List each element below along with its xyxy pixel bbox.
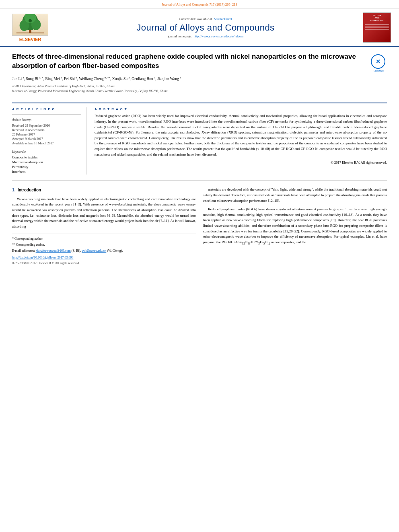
affiliations: a 501 Department, Xi'an Research Institu… [12,84,367,94]
thumb-line-4 [365,29,389,30]
abstract-panel: A B S T R A C T Reduced graphene oxide (… [95,107,387,175]
thumb-line-3 [365,27,389,28]
thumb-line-1 [365,24,389,25]
affiliation-a: a 501 Department, Xi'an Research Institu… [12,84,367,89]
section-number: 1. [12,188,15,192]
body-col-right: materials are developed with the concept… [203,187,387,266]
journal-thumbnail-area: ALLOYSANDCOMPOUNDS [359,12,391,43]
keywords-label: Keywords: [12,150,81,154]
intro-paragraph-1: Wave-absorbing materials that have been … [12,197,196,230]
homepage-label: journal homepage: [168,35,192,38]
doi-link[interactable]: http://dx.doi.org/10.1016/j.jallcom.2017… [12,255,196,260]
homepage-line: journal homepage: http://www.elsevier.co… [52,35,359,38]
journal-reference-bar: Journal of Alloys and Compounds 717 (201… [0,0,399,8]
right-paragraph-2: Reduced graphene oxides (RGOs) have draw… [203,207,387,246]
email-link-2[interactable]: cwl@ncepu.edu.cn [82,249,106,253]
email-label: E-mail addresses: [12,249,35,253]
crossmark-label: CrossMark [371,70,387,72]
title-divider [12,103,387,103]
info-heading-divider [12,114,81,115]
elsevier-wordmark: ELSEVIER [19,37,41,42]
elsevier-tree-image [12,14,48,36]
info-abstract-section: A R T I C L E I N F O Article history: R… [12,107,387,175]
footnote-section: * Corresponding author. ** Corresponding… [12,234,196,266]
journal-center-info: Contents lists available at ScienceDirec… [52,17,359,38]
received-date: Received 28 September 2016 [12,124,81,127]
article-title: Effects of three-dimensional reduced gra… [12,52,367,71]
email-suffix-1: (S. Bi), [72,249,81,253]
elsevier-logo-area: ELSEVIER [8,14,52,42]
elsevier-logo: ELSEVIER [8,14,52,42]
journal-header: ELSEVIER Contents lists available at Sci… [0,8,399,47]
accepted-date: Accepted 9 March 2017 [12,137,81,141]
journal-title: Journal of Alloys and Compounds [52,23,359,33]
email-suffix-2: (W. Cheng). [107,249,123,253]
content-divider [12,180,387,181]
footnote-1: * Corresponding author. [12,236,196,241]
journal-cover-thumbnail: ALLOYSANDCOMPOUNDS [363,12,391,43]
abstract-text: Reduced graphene oxide (RGO) has been wi… [95,113,387,157]
main-content: Effects of three-dimensional reduced gra… [0,47,399,274]
crossmark-area: ✕ CrossMark [371,54,387,72]
crossmark-icon: ✕ [371,54,385,69]
history-label: Article history: [12,118,81,121]
issn-copyright: 0925-8388/© 2017 Elsevier B.V. All right… [12,261,196,266]
contents-line: Contents lists available at ScienceDirec… [52,17,359,21]
introduction-title: 1. Introduction [12,187,196,193]
authors-line: Jun Li a, Song Bi a, *, Bing Mei a, Fei … [12,76,367,82]
homepage-link[interactable]: http://www.elsevier.com/locate/jalcom [194,35,243,38]
article-title-text-area: Effects of three-dimensional reduced gra… [12,52,367,94]
body-content: 1. Introduction Wave-absorbing materials… [12,187,387,266]
article-info-panel: A R T I C L E I N F O Article history: R… [12,107,86,175]
thumb-title-text: ALLOYSANDCOMPOUNDS [370,14,384,22]
section-title-text: Introduction [18,188,41,192]
affiliation-b: b School of Energy, Power and Mechanical… [12,89,367,94]
received-revised-date: 28 February 2017 [12,133,81,136]
svg-point-6 [29,19,32,23]
right-paragraph-1: materials are developed with the concept… [203,187,387,203]
keyword-2: Microwave absorption [12,160,81,164]
article-title-section: Effects of three-dimensional reduced gra… [12,52,387,98]
abstract-heading: A B S T R A C T [95,107,387,111]
article-info-heading: A R T I C L E I N F O [12,107,81,111]
keyword-3: Permittivity [12,165,81,169]
email-addresses: E-mail addresses: xianzhu-youyou@163.com… [12,249,196,253]
keyword-4: Interfaces [12,170,81,174]
thumb-decoration [365,23,389,31]
journal-reference-text: Journal of Alloys and Compounds 717 (201… [162,2,237,6]
footnote-2: ** Corresponding author. [12,242,196,247]
keyword-1: Composite textiles [12,155,81,159]
doi-anchor[interactable]: http://dx.doi.org/10.1016/j.jallcom.2017… [12,256,74,259]
svg-rect-0 [16,33,44,33]
received-revised-label: Received in revised form [12,128,81,132]
body-col-left: 1. Introduction Wave-absorbing materials… [12,187,196,266]
keywords-section: Keywords: Composite textiles Microwave a… [12,150,81,174]
thumb-line-2 [365,26,389,27]
available-online-date: Available online 10 March 2017 [12,142,81,145]
elsevier-tree-svg [12,14,48,35]
abstract-copyright: © 2017 Elsevier B.V. All rights reserved… [95,160,387,164]
contents-available-text: Contents lists available at [179,17,212,21]
email-link-1[interactable]: xianzhu-youyou@163.com [36,249,71,253]
sciencedirect-link[interactable]: ScienceDirect [214,17,232,21]
